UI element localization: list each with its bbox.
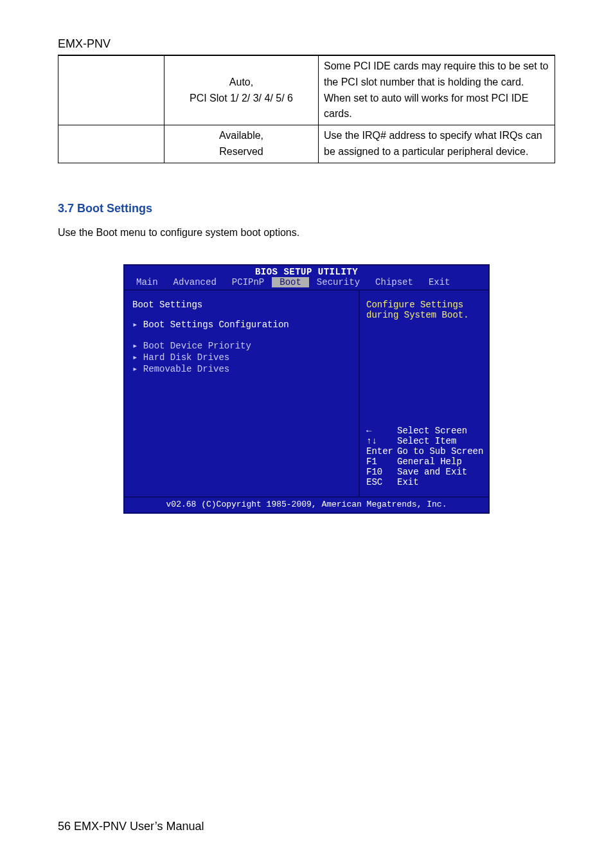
key-desc: General Help xyxy=(397,457,462,467)
bios-help-line: during System Boot. xyxy=(366,310,482,320)
bios-title: BIOS SETUP UTILITY xyxy=(125,266,488,277)
bios-left-pane: Boot Settings ▸ Boot Settings Configurat… xyxy=(125,291,360,496)
bios-item-label: Boot Device Priority xyxy=(143,341,251,351)
cell-options-text: Auto, PCI Slot 1/ 2/ 3/ 4/ 5/ 6 xyxy=(190,77,293,104)
pointer-icon: ▸ xyxy=(132,320,143,330)
bios-menu-exit[interactable]: Exit xyxy=(421,277,458,287)
page-footer: 56 EMX-PNV User’s Manual xyxy=(58,820,204,833)
cell-description: Use the IRQ# address to specify what IRQ… xyxy=(319,125,555,163)
bios-item-label: Removable Drives xyxy=(143,364,229,374)
options-table: Auto, PCI Slot 1/ 2/ 3/ 4/ 5/ 6 Some PCI… xyxy=(58,55,555,163)
key-desc: Select Screen xyxy=(397,426,467,436)
bios-item-removable-drives[interactable]: ▸ Removable Drives xyxy=(132,363,351,374)
bios-help-description: Configure Settings during System Boot. xyxy=(366,300,482,320)
bios-menu-bar: Main Advanced PCIPnP Boot Security Chips… xyxy=(125,277,488,291)
bios-item-label: Hard Disk Drives xyxy=(143,352,229,363)
bios-footer: v02.68 (C)Copyright 1985-2009, American … xyxy=(125,496,488,512)
cell-options: Auto, PCI Slot 1/ 2/ 3/ 4/ 5/ 6 xyxy=(164,56,319,125)
table-row: Available, Reserved Use the IRQ# address… xyxy=(58,125,555,163)
key-desc: Go to Sub Screen xyxy=(397,446,483,457)
key-left-arrow-icon: ← xyxy=(366,426,397,436)
bios-item-boot-device-priority[interactable]: ▸ Boot Device Priority xyxy=(132,340,351,351)
bios-menu-pcipnp[interactable]: PCIPnP xyxy=(224,277,272,287)
pointer-icon: ▸ xyxy=(132,341,143,351)
pointer-icon: ▸ xyxy=(132,352,143,363)
bios-item-boot-settings-config[interactable]: ▸ Boot Settings Configuration xyxy=(132,319,351,330)
key-enter: Enter xyxy=(366,446,397,457)
key-desc: Exit xyxy=(397,477,419,487)
cell-options-text: Available, Reserved xyxy=(219,130,263,157)
section-body: Use the Boot menu to configure system bo… xyxy=(58,227,555,239)
bios-menu-advanced[interactable]: Advanced xyxy=(166,277,224,287)
key-desc: Save and Exit xyxy=(397,467,467,477)
cell-options: Available, Reserved xyxy=(164,125,319,163)
key-f10: F10 xyxy=(366,467,397,477)
bios-menu-security[interactable]: Security xyxy=(309,277,368,287)
key-desc: Select Item xyxy=(397,436,456,446)
bios-screenshot: BIOS SETUP UTILITY Main Advanced PCIPnP … xyxy=(123,264,490,514)
bios-help-keys: ←Select Screen ↑↓Select Item EnterGo to … xyxy=(366,426,482,487)
pointer-icon: ▸ xyxy=(132,364,143,374)
table-row: Auto, PCI Slot 1/ 2/ 3/ 4/ 5/ 6 Some PCI… xyxy=(58,56,555,125)
section-heading: 3.7 Boot Settings xyxy=(58,202,555,215)
bios-left-heading: Boot Settings xyxy=(132,300,351,310)
key-updown-arrow-icon: ↑↓ xyxy=(366,436,397,446)
bios-item-hard-disk-drives[interactable]: ▸ Hard Disk Drives xyxy=(132,352,351,363)
cell-name xyxy=(58,125,164,163)
bios-item-label: Boot Settings Configuration xyxy=(143,320,289,330)
bios-menu-main[interactable]: Main xyxy=(129,277,166,287)
bios-right-pane: Configure Settings during System Boot. ←… xyxy=(360,291,488,496)
bios-menu-boot[interactable]: Boot xyxy=(272,277,309,287)
bios-help-line: Configure Settings xyxy=(366,300,482,310)
page-header-title: EMX-PNV xyxy=(58,0,555,55)
key-f1: F1 xyxy=(366,457,397,467)
cell-description: Some PCI IDE cards may require this to b… xyxy=(319,56,555,125)
bios-menu-chipset[interactable]: Chipset xyxy=(368,277,421,287)
key-esc: ESC xyxy=(366,477,397,487)
cell-name xyxy=(58,56,164,125)
